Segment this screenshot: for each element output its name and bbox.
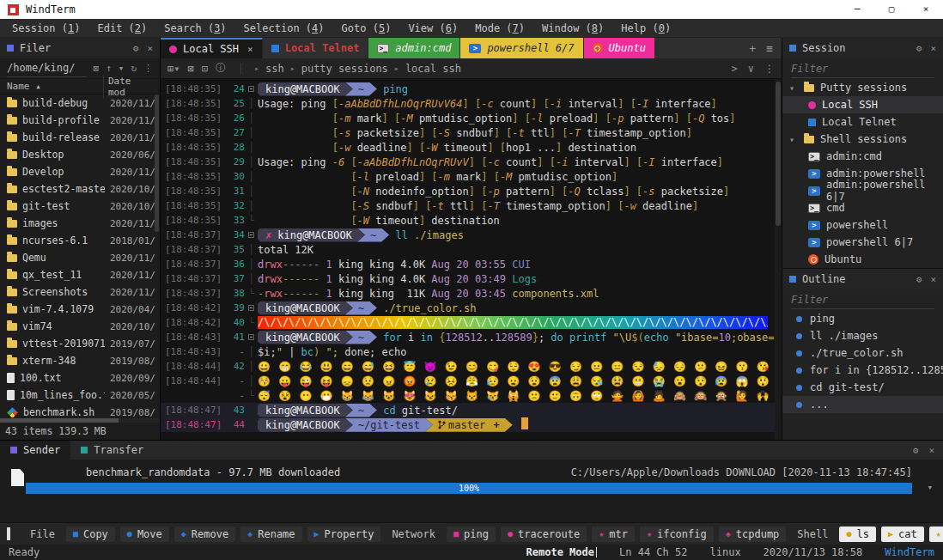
session-item-admin-powershell-6-7[interactable]: >admin:powershell 6|7 bbox=[782, 182, 943, 199]
info-icon[interactable]: ⓘ bbox=[216, 61, 226, 76]
file-row[interactable]: vttest-201907102019/07/ bbox=[0, 335, 160, 352]
expander-icon[interactable]: ▾ bbox=[789, 135, 798, 144]
file-row[interactable]: xterm-3482019/08/ bbox=[0, 352, 160, 369]
session-group-putty-sessions[interactable]: ▾Putty sessions bbox=[782, 79, 943, 96]
file-row[interactable]: vim742020/10/ bbox=[0, 318, 160, 335]
fold-box-icon[interactable] bbox=[248, 232, 254, 238]
file-row[interactable]: 100.txt2020/09/ bbox=[0, 369, 160, 387]
breadcrumb-item[interactable]: local ssh bbox=[405, 63, 461, 75]
filer-settings-icon[interactable]: ⚙ bbox=[133, 43, 139, 54]
toolbar-button-copy[interactable]: ■Copy bbox=[66, 527, 115, 542]
filer-path-input[interactable]: /home/king/ bbox=[7, 59, 87, 77]
fold-box-icon[interactable] bbox=[248, 334, 254, 340]
status-mode[interactable]: Remote Mode bbox=[526, 546, 597, 558]
tab-transfer[interactable]: Transfer bbox=[70, 441, 154, 460]
toolbar-button-traceroute[interactable]: ●traceroute bbox=[501, 527, 587, 542]
file-row[interactable]: build-debug2020/11/ bbox=[0, 94, 160, 112]
session-item-powershell[interactable]: >powershell bbox=[782, 216, 943, 234]
toolbar-button-ifconfig[interactable]: ★ifconfig bbox=[640, 527, 714, 542]
session-item-ubuntu[interactable]: Ubuntu bbox=[782, 251, 943, 268]
file-row[interactable]: Qemu2020/11/ bbox=[0, 249, 160, 266]
close-button[interactable]: × bbox=[909, 0, 943, 19]
transfer-caret-icon[interactable]: ▾ bbox=[927, 482, 933, 493]
session-close-icon[interactable]: × bbox=[930, 43, 936, 54]
toolbar-button-ping[interactable]: ■ping bbox=[447, 527, 496, 542]
menu-item-edit[interactable]: Edit (2) bbox=[89, 19, 156, 38]
minimize-button[interactable]: ─ bbox=[840, 0, 874, 19]
toolbar-button-cat[interactable]: ▶cat bbox=[881, 527, 924, 542]
column-name[interactable]: Name ▴ bbox=[7, 81, 103, 92]
refresh-icon[interactable]: ↻ bbox=[131, 63, 137, 74]
outline-filter-input[interactable]: Filter bbox=[791, 291, 934, 309]
tab-local-ssh[interactable]: Local SSH× bbox=[161, 38, 263, 58]
filer-more-icon[interactable]: ⋮ bbox=[143, 63, 153, 74]
file-row[interactable]: benchmark.sh2019/08/ bbox=[0, 404, 160, 417]
outline-close-icon[interactable]: × bbox=[930, 274, 936, 285]
file-row[interactable]: images2020/11/ bbox=[0, 215, 160, 232]
toolbar-button-vi[interactable]: ★vi bbox=[929, 527, 943, 542]
toolbar-button-property[interactable]: ▶Property bbox=[307, 527, 381, 542]
terminal[interactable]: [18:48:35]24king@MACBOOK~ ping[18:48:35]… bbox=[161, 79, 782, 440]
filer-vertical-scrollbar[interactable] bbox=[155, 94, 159, 232]
transfer-close-icon[interactable]: × bbox=[928, 445, 934, 456]
tab-local-telnet[interactable]: Local Telnet bbox=[263, 38, 369, 58]
outline-item[interactable]: ping bbox=[782, 310, 943, 327]
session-item-local-telnet[interactable]: Local Telnet bbox=[782, 113, 943, 131]
menu-item-goto[interactable]: Goto (5) bbox=[333, 19, 400, 38]
file-row[interactable]: git-test2020/10/ bbox=[0, 198, 160, 215]
session-item-local-ssh[interactable]: Local SSH bbox=[782, 96, 943, 113]
status-cursor-position[interactable]: Ln 44 Ch 52 bbox=[619, 546, 687, 558]
new-session-icon[interactable]: ⊞▾ bbox=[167, 63, 179, 75]
menu-item-window[interactable]: Window (8) bbox=[533, 19, 612, 38]
file-row[interactable]: build-release2020/11/ bbox=[0, 129, 160, 146]
outline-settings-icon[interactable]: ⚙ bbox=[916, 274, 922, 285]
toolbar-button-move[interactable]: ●Move bbox=[120, 527, 169, 542]
file-row[interactable]: Develop2020/11/ bbox=[0, 163, 160, 180]
close-session-icon[interactable]: ⊠ bbox=[187, 63, 193, 75]
fold-marker-icon[interactable] bbox=[245, 232, 258, 238]
up-directory-icon[interactable]: ↑ bbox=[106, 63, 112, 74]
tab-sender[interactable]: Sender bbox=[0, 441, 70, 460]
expander-icon[interactable]: ▾ bbox=[789, 83, 798, 93]
new-tab-icon[interactable]: + bbox=[749, 42, 756, 55]
file-row[interactable]: vim-7.4.10792020/04/ bbox=[0, 301, 160, 318]
toolbar-button-mtr[interactable]: ★mtr bbox=[592, 527, 635, 542]
outline-item[interactable]: ./true_color.sh bbox=[782, 344, 943, 362]
toolbar-button-rename[interactable]: ◈Rename bbox=[240, 527, 301, 542]
toolbar-button-tcpdump[interactable]: ◈tcpdump bbox=[719, 527, 787, 542]
tab-admin-cmd[interactable]: >_admin:cmd bbox=[368, 38, 460, 58]
filer-horizontal-scrollbar[interactable] bbox=[0, 418, 160, 423]
toolbar-button-ls[interactable]: ●ls bbox=[839, 527, 875, 542]
tab-ubuntu[interactable]: Ubuntu bbox=[584, 38, 655, 58]
menu-item-session[interactable]: Session (1) bbox=[3, 19, 89, 38]
tab-powershell-6-7[interactable]: >powershell 6/7 bbox=[460, 38, 583, 58]
path-dropdown-icon[interactable]: ▾ bbox=[119, 63, 125, 74]
clone-session-icon[interactable]: ⊡ bbox=[202, 63, 208, 75]
outline-item[interactable]: ... bbox=[782, 396, 943, 413]
file-row[interactable]: ncurses-6.12018/01/ bbox=[0, 232, 160, 249]
menu-item-view[interactable]: View (6) bbox=[399, 19, 466, 38]
breadcrumb-item[interactable]: ssh bbox=[265, 63, 284, 75]
status-app-name[interactable]: WindTerm bbox=[885, 546, 934, 558]
tab-close-icon[interactable]: × bbox=[247, 44, 253, 55]
terminal-scrollbar-thumb[interactable] bbox=[776, 82, 781, 226]
terminal-scrollbar[interactable] bbox=[775, 79, 782, 440]
menu-item-help[interactable]: Help (0) bbox=[612, 19, 679, 38]
outline-item[interactable]: for i in {128512..128589} bbox=[782, 362, 943, 379]
fold-marker-icon[interactable] bbox=[245, 334, 258, 340]
clear-path-icon[interactable]: ⊠ bbox=[94, 63, 100, 74]
transfer-settings-icon[interactable]: ⚙ bbox=[913, 445, 919, 456]
fold-marker-icon[interactable] bbox=[245, 86, 258, 92]
chevron-down-icon[interactable]: ∨ bbox=[748, 63, 754, 75]
session-group-shell-sessions[interactable]: ▾Shell sessions bbox=[782, 131, 943, 148]
fold-box-icon[interactable] bbox=[248, 86, 254, 92]
toolbar-button-remove[interactable]: ◆Remove bbox=[174, 527, 235, 542]
file-row[interactable]: qx_test_112020/11/ bbox=[0, 266, 160, 283]
file-row[interactable]: 10m_lines_foo.t…2020/05/ bbox=[0, 387, 160, 404]
session-filter-input[interactable]: Filter bbox=[791, 60, 934, 78]
filer-close-icon[interactable]: × bbox=[147, 43, 153, 54]
panel-toggle-icon[interactable] bbox=[7, 527, 10, 540]
status-os[interactable]: linux bbox=[709, 546, 740, 558]
breadcrumb-item[interactable]: putty sessions bbox=[301, 63, 388, 75]
outline-item[interactable]: ll ./images bbox=[782, 327, 943, 344]
